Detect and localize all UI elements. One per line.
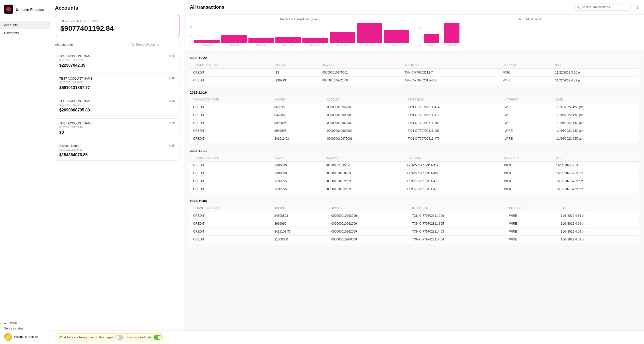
transaction-group: 2022-11-11TRANSACTION TYPEAMOUNTACCOUNTR… (190, 147, 639, 193)
txn-reference: TXN-C-779702311-395 (409, 220, 506, 228)
table-row[interactable]: CREDIT$41610.03000000010975001TXN-C-7797… (190, 135, 639, 143)
charts-area: Number of transactions by date 0 10 20 2… (185, 15, 644, 50)
bar (275, 37, 301, 43)
sidebar: Unicorn Finance Accounts Payments ● Gith… (0, 0, 50, 344)
account-card[interactable]: TEST ACCOUNT NAME USD 000000010975001 $2… (55, 96, 179, 116)
account-card[interactable]: Account Name USD 000000011315421 $154354… (55, 141, 179, 161)
txn-reference: TXN-C-779702311-462 (405, 119, 502, 127)
table-row[interactable]: CREDIT$370000000000010900009TXN-C-779702… (190, 111, 639, 119)
service-status-label: Service status (4, 327, 23, 330)
txn-account: 000000010962009 (328, 228, 409, 236)
y-axis-labels: 0 10 20 (190, 26, 192, 46)
date-group-header: 2022-11-16 (190, 89, 639, 96)
table-row[interactable]: CREDIT$1000000000000010900009TXN-C-77970… (190, 169, 639, 177)
search-transactions-input[interactable] (575, 4, 631, 11)
search-icon: 🔍 (131, 43, 134, 46)
table-header: AMOUNT (271, 205, 328, 212)
transaction-table: TRANSACTION TYPEAMOUNTACCOUNTREFERENCECA… (190, 96, 639, 143)
table-row[interactable]: CREDIT$999995000000010962009TXN-C-779702… (190, 177, 639, 185)
logo-icon (4, 5, 13, 14)
mocked-toggle-switch[interactable] (153, 335, 162, 340)
account-card[interactable]: TEST ACCOUNT NAME USD 000000010900009 $2… (55, 51, 179, 71)
txn-category: WIRE (502, 127, 553, 135)
account-name: TEST ACCOUNT NAME (59, 54, 92, 58)
txn-category: WIRE (501, 177, 553, 185)
debit-credit-bars: DEBITCREDIT (424, 23, 639, 47)
bar-labels-row: 2022-11-222022-11-162022-11-112022-11-06… (194, 44, 409, 46)
account-number: 000000010975001 (59, 103, 175, 106)
accounts-title: Accounts (55, 5, 179, 11)
bar-label: 2022-11-16 (221, 44, 247, 46)
balance-card: All accounts balance in USD $9077401192.… (55, 15, 179, 37)
table-row[interactable]: CREDIT$69995000000010962009TXN-C-7797023… (190, 103, 639, 111)
bar (194, 40, 220, 43)
txn-amount: $1000000 (272, 169, 323, 177)
txn-reference: TXN-C-779702311-419 (404, 162, 501, 169)
accounts-panel: Accounts All accounts balance in USD $90… (50, 0, 185, 344)
transaction-group: 2022-11-06TRANSACTION TYPEAMOUNTACCOUNTR… (190, 197, 639, 243)
txn-amount: $4600893 (271, 212, 328, 220)
search-accounts-input[interactable] (129, 41, 179, 48)
table-row[interactable]: CREDIT$3000000010975001TXN-C-779702312-7… (190, 69, 639, 77)
account-currency: USD (169, 122, 175, 125)
txn-type: CREDIT (190, 185, 272, 193)
txn-category: WIRE (502, 135, 553, 143)
account-name: TEST ACCOUNT NAME (59, 122, 92, 125)
sidebar-item-accounts[interactable]: Accounts (0, 21, 50, 29)
txn-date: 11/16/2022 4:59 pm (553, 127, 639, 135)
table-header: DATE (553, 96, 639, 103)
bar-label: 2022-11-06 (275, 44, 301, 46)
table-row[interactable]: CREDIT$999995000000010962009TXN-C-779702… (190, 220, 639, 228)
transactions-body: 2022-11-22TRANSACTION TYPEAMOUNTACCOUNTR… (185, 50, 644, 344)
table-header: ACCOUNT (328, 205, 409, 212)
txn-date: 11/16/2022 4:59 pm (553, 111, 639, 119)
txn-account: 000000010900009 (328, 236, 409, 243)
txn-date: 11/16/2022 4:59 pm (553, 135, 639, 143)
txn-type: CREDIT (190, 127, 272, 135)
txn-account: 000000010962009 (324, 119, 405, 127)
transaction-table: TRANSACTION TYPEAMOUNTACCOUNTREFERENCECA… (190, 61, 639, 84)
txn-amount: $3 (273, 69, 319, 77)
sidebar-item-payments[interactable]: Payments (0, 29, 50, 37)
txn-type: CREDIT (190, 119, 272, 127)
toggle-knob (116, 336, 119, 339)
download-icon[interactable]: ⇓ (636, 5, 639, 10)
table-row[interactable]: CREDIT$4600893000000010962009TXN-C-77970… (190, 212, 639, 220)
bar (302, 38, 328, 43)
table-row[interactable]: CREDIT$999995000000010962009TXN-C-779702… (190, 77, 639, 84)
search-transactions-wrapper: 🔍 (575, 4, 631, 11)
account-balance: $22907042.39 (59, 63, 175, 68)
txn-category: WIRE (501, 185, 553, 193)
transaction-table: TRANSACTION TYPEAMOUNTACCOUNTREFERENCECA… (190, 205, 639, 243)
table-row[interactable]: CREDIT$999995000000010962009TXN-C-779702… (190, 119, 639, 127)
txn-reference: TXN-C-779702312-7 (401, 69, 500, 77)
service-status[interactable]: Service status (4, 327, 46, 330)
dc-bars-row (424, 23, 639, 43)
table-header: REFERENCE (404, 154, 501, 162)
txn-date: 11/22/2022 3:00 pm (552, 69, 639, 77)
txn-date: 11/6/2022 4:59 pm (558, 228, 639, 236)
balance-currency: USD (92, 20, 98, 23)
balance-amount: $9077401192.84 (60, 24, 174, 33)
mock-toggle-container: What APIs are being used on this page? S… (55, 333, 165, 341)
table-row[interactable]: CREDIT$999995000000010962009TXN-C-779702… (190, 185, 639, 193)
txn-category: WIRE (502, 119, 553, 127)
txn-reference: TXN-C-779702311-417 (405, 111, 502, 119)
txn-amount: $999995 (271, 127, 324, 135)
table-header: TRANSACTION TYPE (190, 205, 272, 212)
table-row[interactable]: CREDIT$419108.79000000010962009TXN-C-779… (190, 228, 639, 236)
api-toggle-switch[interactable] (115, 335, 123, 340)
accounts-list: TEST ACCOUNT NAME USD 000000010900009 $2… (55, 51, 179, 163)
table-row[interactable]: CREDIT$1000000000000010900009TXN-C-77970… (190, 236, 639, 243)
table-row[interactable]: CREDIT$1000000000000011315421TXN-C-77970… (190, 162, 639, 169)
account-currency: USD (169, 54, 175, 58)
txn-category: WIRE (506, 236, 558, 243)
account-card[interactable]: TEST ACCOUNT NAME USD 000000010962009 $6… (55, 74, 179, 93)
account-number: 000000011315244 (59, 126, 175, 129)
account-card[interactable]: TEST ACCOUNT NAME USD 000000011315244 $0 (55, 118, 179, 138)
date-group-header: 2022-11-06 (190, 197, 639, 205)
txn-amount: $999995 (271, 119, 324, 127)
table-row[interactable]: CREDIT$999995000000010962009TXN-C-779702… (190, 127, 639, 135)
txn-date: 11/6/2022 4:59 pm (558, 220, 639, 228)
github-link[interactable]: ● Github (4, 321, 46, 325)
